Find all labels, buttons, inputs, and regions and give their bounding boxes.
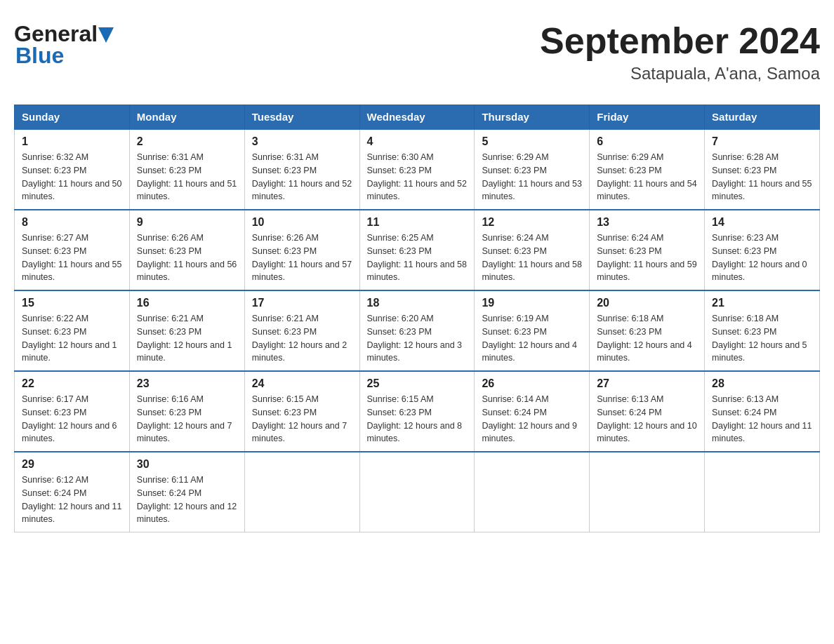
day-number: 10 [252,216,352,229]
day-info: Sunrise: 6:25 AMSunset: 6:23 PMDaylight:… [367,232,468,284]
day-number: 5 [482,135,582,148]
day-number: 4 [367,135,468,148]
day-header-saturday: Saturday [705,105,820,130]
calendar-cell [244,452,359,532]
day-info: Sunrise: 6:15 AMSunset: 6:23 PMDaylight:… [367,393,468,445]
calendar-cell: 8Sunrise: 6:27 AMSunset: 6:23 PMDaylight… [15,210,130,290]
day-info: Sunrise: 6:21 AMSunset: 6:23 PMDaylight:… [137,312,237,365]
day-info: Sunrise: 6:24 AMSunset: 6:23 PMDaylight:… [482,232,582,284]
day-info: Sunrise: 6:18 AMSunset: 6:23 PMDaylight:… [712,312,812,365]
day-info: Sunrise: 6:28 AMSunset: 6:23 PMDaylight:… [712,151,812,203]
day-number: 27 [597,377,697,390]
calendar-cell: 11Sunrise: 6:25 AMSunset: 6:23 PMDayligh… [359,210,475,290]
day-number: 8 [22,216,122,229]
calendar-title: September 2024 [540,21,820,61]
day-info: Sunrise: 6:12 AMSunset: 6:24 PMDaylight:… [22,474,122,526]
title-area: September 2024 Satapuala, A'ana, Samoa [540,21,820,83]
week-row-4: 22Sunrise: 6:17 AMSunset: 6:23 PMDayligh… [15,371,820,452]
calendar-header-row: SundayMondayTuesdayWednesdayThursdayFrid… [15,105,820,130]
svg-marker-0 [98,27,114,43]
day-header-tuesday: Tuesday [244,105,359,130]
day-info: Sunrise: 6:22 AMSunset: 6:23 PMDaylight:… [22,312,122,365]
calendar-cell: 7Sunrise: 6:28 AMSunset: 6:23 PMDaylight… [705,129,820,210]
logo-triangle-icon [98,27,114,43]
day-info: Sunrise: 6:31 AMSunset: 6:23 PMDaylight:… [137,151,237,203]
day-number: 25 [367,377,468,390]
calendar-cell: 25Sunrise: 6:15 AMSunset: 6:23 PMDayligh… [359,371,475,452]
day-info: Sunrise: 6:21 AMSunset: 6:23 PMDaylight:… [252,312,352,365]
day-number: 22 [22,377,122,390]
day-info: Sunrise: 6:13 AMSunset: 6:24 PMDaylight:… [597,393,697,445]
day-info: Sunrise: 6:27 AMSunset: 6:23 PMDaylight:… [22,232,122,284]
day-number: 29 [22,458,122,471]
calendar-cell: 23Sunrise: 6:16 AMSunset: 6:23 PMDayligh… [129,371,244,452]
calendar-cell [359,452,475,532]
week-row-1: 1Sunrise: 6:32 AMSunset: 6:23 PMDaylight… [15,129,820,210]
calendar-cell: 16Sunrise: 6:21 AMSunset: 6:23 PMDayligh… [129,290,244,371]
day-info: Sunrise: 6:26 AMSunset: 6:23 PMDaylight:… [137,232,237,284]
week-row-3: 15Sunrise: 6:22 AMSunset: 6:23 PMDayligh… [15,290,820,371]
day-info: Sunrise: 6:31 AMSunset: 6:23 PMDaylight:… [252,151,352,203]
calendar-cell: 18Sunrise: 6:20 AMSunset: 6:23 PMDayligh… [359,290,475,371]
calendar-cell [705,452,820,532]
week-row-2: 8Sunrise: 6:27 AMSunset: 6:23 PMDaylight… [15,210,820,290]
day-info: Sunrise: 6:13 AMSunset: 6:24 PMDaylight:… [712,393,812,445]
day-number: 17 [252,297,352,309]
calendar-cell: 6Sunrise: 6:29 AMSunset: 6:23 PMDaylight… [590,129,705,210]
day-number: 24 [252,377,352,390]
calendar-cell: 15Sunrise: 6:22 AMSunset: 6:23 PMDayligh… [15,290,130,371]
day-number: 18 [367,297,468,309]
calendar-cell: 27Sunrise: 6:13 AMSunset: 6:24 PMDayligh… [590,371,705,452]
week-row-5: 29Sunrise: 6:12 AMSunset: 6:24 PMDayligh… [15,452,820,532]
day-header-thursday: Thursday [475,105,590,130]
day-info: Sunrise: 6:29 AMSunset: 6:23 PMDaylight:… [597,151,697,203]
logo-content: General Blue [14,21,114,69]
day-header-monday: Monday [129,105,244,130]
day-number: 6 [597,135,697,148]
day-info: Sunrise: 6:23 AMSunset: 6:23 PMDaylight:… [712,232,812,284]
calendar-cell: 22Sunrise: 6:17 AMSunset: 6:23 PMDayligh… [15,371,130,452]
calendar-cell: 19Sunrise: 6:19 AMSunset: 6:23 PMDayligh… [475,290,590,371]
day-info: Sunrise: 6:20 AMSunset: 6:23 PMDaylight:… [367,312,468,365]
day-info: Sunrise: 6:24 AMSunset: 6:23 PMDaylight:… [597,232,697,284]
day-number: 28 [712,377,812,390]
day-number: 19 [482,297,582,309]
calendar-cell: 14Sunrise: 6:23 AMSunset: 6:23 PMDayligh… [705,210,820,290]
day-number: 13 [597,216,697,229]
day-number: 15 [22,297,122,309]
calendar-cell: 9Sunrise: 6:26 AMSunset: 6:23 PMDaylight… [129,210,244,290]
day-header-sunday: Sunday [15,105,130,130]
day-number: 23 [137,377,237,390]
calendar-cell: 5Sunrise: 6:29 AMSunset: 6:23 PMDaylight… [475,129,590,210]
calendar-cell: 3Sunrise: 6:31 AMSunset: 6:23 PMDaylight… [244,129,359,210]
day-info: Sunrise: 6:32 AMSunset: 6:23 PMDaylight:… [22,151,122,203]
calendar-cell: 29Sunrise: 6:12 AMSunset: 6:24 PMDayligh… [15,452,130,532]
day-number: 21 [712,297,812,309]
calendar-subtitle: Satapuala, A'ana, Samoa [540,64,820,83]
calendar-cell: 13Sunrise: 6:24 AMSunset: 6:23 PMDayligh… [590,210,705,290]
calendar-cell: 17Sunrise: 6:21 AMSunset: 6:23 PMDayligh… [244,290,359,371]
day-info: Sunrise: 6:26 AMSunset: 6:23 PMDaylight:… [252,232,352,284]
day-info: Sunrise: 6:11 AMSunset: 6:24 PMDaylight:… [137,474,237,526]
calendar-cell: 2Sunrise: 6:31 AMSunset: 6:23 PMDaylight… [129,129,244,210]
day-number: 14 [712,216,812,229]
day-info: Sunrise: 6:29 AMSunset: 6:23 PMDaylight:… [482,151,582,203]
calendar-cell [590,452,705,532]
day-info: Sunrise: 6:19 AMSunset: 6:23 PMDaylight:… [482,312,582,365]
calendar-cell: 10Sunrise: 6:26 AMSunset: 6:23 PMDayligh… [244,210,359,290]
day-info: Sunrise: 6:18 AMSunset: 6:23 PMDaylight:… [597,312,697,365]
calendar-cell [475,452,590,532]
day-number: 11 [367,216,468,229]
day-header-wednesday: Wednesday [359,105,475,130]
day-info: Sunrise: 6:15 AMSunset: 6:23 PMDaylight:… [252,393,352,445]
calendar-cell: 30Sunrise: 6:11 AMSunset: 6:24 PMDayligh… [129,452,244,532]
day-number: 7 [712,135,812,148]
day-number: 26 [482,377,582,390]
calendar-cell: 12Sunrise: 6:24 AMSunset: 6:23 PMDayligh… [475,210,590,290]
day-number: 3 [252,135,352,148]
calendar-cell: 21Sunrise: 6:18 AMSunset: 6:23 PMDayligh… [705,290,820,371]
calendar-cell: 26Sunrise: 6:14 AMSunset: 6:24 PMDayligh… [475,371,590,452]
day-number: 2 [137,135,237,148]
day-number: 30 [137,458,237,471]
day-info: Sunrise: 6:30 AMSunset: 6:23 PMDaylight:… [367,151,468,203]
